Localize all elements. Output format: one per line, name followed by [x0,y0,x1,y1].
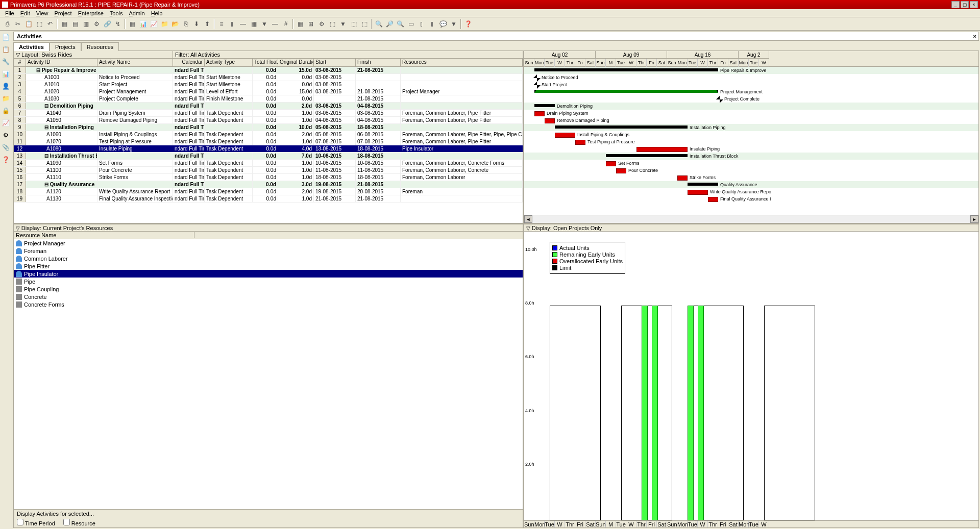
toolbar-button[interactable]: ⊞ [306,19,316,29]
col-header-name[interactable]: Activity Name [97,59,173,66]
resource-item[interactable]: Concrete [14,293,523,300]
sidebar-button-1[interactable]: 📋 [2,45,11,54]
toolbar-button[interactable]: ⬚ [34,19,44,29]
activity-row[interactable]: 17⊟ Quality Assurancendard Full Time0.0d… [14,181,523,188]
menu-edit[interactable]: Edit [17,10,33,16]
toolbar-button[interactable]: 🔎 [384,19,395,29]
toolbar-button[interactable]: 🔍 [395,19,405,29]
activity-row[interactable]: 11A1070Test Piping at Pressurendard Full… [14,138,523,145]
activity-row[interactable]: 10A1060Install Piping & Couplingsndard F… [14,131,523,138]
toolbar-button[interactable]: ▦ [127,19,137,29]
resource-item[interactable]: Pipe Coupling [14,285,523,293]
resource-item[interactable]: Pipe Insulator [14,270,523,278]
gantt-bar[interactable] [534,104,555,107]
sidebar-button-10[interactable]: ❓ [2,155,11,164]
activity-row[interactable]: 19A1130Final Quality Assurance Inspectio… [14,195,523,203]
activity-row[interactable]: 1⊟ Pipe Repair & Improvendard Full Time0… [14,67,523,74]
gantt-bar[interactable] [534,68,718,71]
tab-resources[interactable]: Resources [81,42,119,51]
activity-row[interactable]: 14A1090Set Formsndard Full TimeTask Depe… [14,160,523,167]
maximize-button[interactable]: ▢ [961,1,969,8]
minimize-button[interactable]: _ [951,1,960,8]
activity-row[interactable]: 18A1120Write Quality Assurance Reportnda… [14,188,523,195]
toolbar-button[interactable]: ❓ [463,19,473,29]
activity-row[interactable]: 2A1000Notice to Proceedndard Full TimeSt… [14,74,523,81]
toolbar-button[interactable]: ⚙ [316,19,327,29]
gantt-bar[interactable] [688,183,718,186]
col-header-id[interactable]: Activity ID [26,59,97,66]
activity-row[interactable]: 12A1080Insulate Pipingndard Full TimeTas… [14,145,523,153]
time-period-checkbox[interactable]: Time Period [17,519,55,526]
toolbar-button[interactable]: ▤ [70,19,80,29]
toolbar-button[interactable]: ↯ [113,19,123,29]
gantt-bar[interactable] [708,197,718,202]
toolbar-button[interactable]: # [281,19,291,29]
tab-projects[interactable]: Projects [50,42,81,51]
gantt-bar[interactable] [534,90,718,93]
panel-close-icon[interactable]: × [973,33,976,39]
resource-column-header[interactable]: Resource Name [14,232,523,239]
toolbar-button[interactable]: ⎘ [181,19,191,29]
layout-dropdown[interactable]: ▽ Layout: Swiss Rides [14,51,173,58]
resource-item[interactable]: Foreman [14,247,523,255]
menu-admin[interactable]: Admin [126,10,148,16]
gantt-bar[interactable] [606,154,688,157]
toolbar-button[interactable]: 📊 [138,19,148,29]
scroll-right-icon[interactable]: ► [970,215,978,223]
toolbar-button[interactable]: ⬚ [349,19,359,29]
activity-row[interactable]: 7A1040Drain Piping Systemndard Full Time… [14,110,523,117]
toolbar-button[interactable]: ▼ [449,19,459,29]
resource-item[interactable]: Project Manager [14,239,523,247]
sidebar-button-5[interactable]: 📁 [2,94,11,103]
close-button[interactable]: × [970,1,978,8]
col-header-start[interactable]: Start [314,59,356,66]
toolbar-button[interactable]: — [238,19,248,29]
toolbar-button[interactable]: ↶ [45,19,55,29]
gantt-bar[interactable] [688,190,708,195]
col-header-type[interactable]: Activity Type [205,59,253,66]
toolbar-button[interactable]: ▦ [59,19,69,29]
toolbar-button[interactable]: ▭ [406,19,416,29]
toolbar-button[interactable]: ⎙ [2,19,12,29]
toolbar-button[interactable]: ⬚ [327,19,337,29]
gantt-bar[interactable] [575,140,585,145]
toolbar-button[interactable]: — [270,19,280,29]
gantt-bar[interactable] [534,111,545,116]
toolbar-button[interactable]: 🔍 [374,19,384,29]
toolbar-button[interactable]: ▦ [249,19,259,29]
activity-row[interactable]: 5A1030Project Completendard Full TimeFin… [14,95,523,103]
sidebar-button-3[interactable]: 📊 [2,69,11,79]
resource-list[interactable]: Project ManagerForemanCommon LaborerPipe… [14,239,523,509]
grid-header[interactable]: # Activity ID Activity Name Calendar Act… [14,59,523,67]
resource-item[interactable]: Concrete Forms [14,300,523,308]
sidebar-button-6[interactable]: 🔒 [2,106,11,115]
toolbar-button[interactable]: ⫿ [427,19,437,29]
toolbar-button[interactable]: 📂 [170,19,180,29]
chart-display-dropdown[interactable]: ▽ Display: Open Projects Only [524,224,978,232]
toolbar-button[interactable]: ⬆ [202,19,212,29]
gantt-chart[interactable]: Aug 02Aug 09Aug 16Aug 2 SunMonTueWThrFri… [524,51,978,223]
sidebar-button-7[interactable]: 📈 [2,118,11,128]
col-header-num[interactable]: # [14,59,26,66]
col-header-float[interactable]: Total Float [253,59,278,66]
col-header-resources[interactable]: Resources [401,59,523,66]
gantt-bar[interactable] [636,147,688,152]
col-header-duration[interactable]: Original Duration [278,59,314,66]
activity-grid[interactable]: ▽ Layout: Swiss Rides Filter: All Activi… [14,51,524,223]
toolbar-button[interactable]: ⚙ [91,19,102,29]
resource-item[interactable]: Pipe Fitter [14,262,523,270]
menu-file[interactable]: File [2,10,17,16]
menu-help[interactable]: Help [148,10,166,16]
toolbar-button[interactable]: ⫿ [416,19,427,29]
toolbar-button[interactable]: 🔗 [102,19,112,29]
toolbar-button[interactable]: ▼ [338,19,348,29]
sidebar-button-9[interactable]: 📎 [2,143,11,152]
tab-activities[interactable]: Activities [13,42,50,51]
sidebar-button-2[interactable]: 🔧 [2,57,11,66]
scroll-left-icon[interactable]: ◄ [524,215,532,223]
menu-tools[interactable]: Tools [107,10,126,16]
resource-item[interactable]: Common Laborer [14,255,523,262]
menu-enterprise[interactable]: Enterprise [75,10,107,16]
resource-display-dropdown[interactable]: ▽ Display: Current Project's Resources [14,224,523,232]
gantt-bar[interactable] [555,133,575,138]
